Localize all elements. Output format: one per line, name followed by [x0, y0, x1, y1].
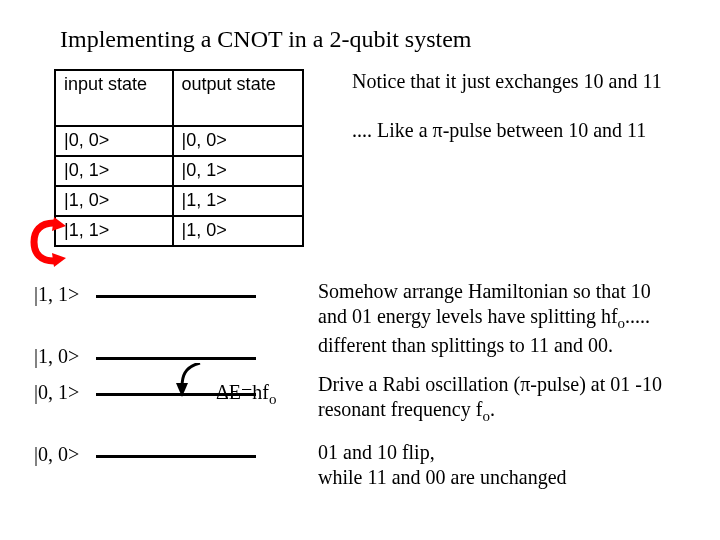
swap-arrow-icon [30, 217, 66, 267]
para-text: . [490, 398, 495, 420]
explanation-paragraphs: Somehow arrange Hamiltonian so that 10 a… [318, 279, 678, 504]
para-sub: o [618, 315, 626, 331]
svg-marker-1 [52, 253, 66, 267]
truth-table: input state output state |0, 0> |0, 0> |… [54, 69, 304, 247]
cell-out: |0, 1> [173, 156, 303, 186]
delta-e-sub: o [269, 391, 277, 407]
para-flip: 01 and 10 flip, while 11 and 00 are unch… [318, 440, 678, 490]
table-header-input: input state [55, 70, 173, 126]
level-label-10: |1, 0> [34, 345, 79, 368]
para-text: Somehow arrange Hamiltonian so that 10 a… [318, 280, 651, 327]
table-row: |0, 1> |0, 1> [55, 156, 303, 186]
cell-in: |0, 0> [55, 126, 173, 156]
table-row: |1, 0> |1, 1> [55, 186, 303, 216]
table-row: |0, 0> |0, 0> [55, 126, 303, 156]
cell-out: |0, 0> [173, 126, 303, 156]
truth-table-wrap: input state output state |0, 0> |0, 0> |… [54, 69, 304, 247]
note-exchange: Notice that it just exchanges 10 and 11 [352, 69, 662, 94]
level-line [96, 455, 256, 458]
table-row: |1, 1> |1, 0> [55, 216, 303, 246]
para-hamiltonian: Somehow arrange Hamiltonian so that 10 a… [318, 279, 678, 358]
page-title: Implementing a CNOT in a 2-qubit system [60, 26, 690, 53]
para-rabi: Drive a Rabi oscillation (π-pulse) at 01… [318, 372, 678, 426]
level-label-00: |0, 0> [34, 443, 79, 466]
delta-e-text: ΔE=hf [216, 381, 269, 403]
cell-in: |1, 0> [55, 186, 173, 216]
level-label-01: |0, 1> [34, 381, 79, 404]
energy-level-diagram: |1, 1> |1, 0> |0, 1> |0, 0> ΔE=hfo [34, 279, 284, 479]
level-line [96, 357, 256, 360]
level-label-11: |1, 1> [34, 283, 79, 306]
para-sub: o [482, 408, 490, 424]
table-header-output: output state [173, 70, 303, 126]
cell-out: |1, 1> [173, 186, 303, 216]
svg-marker-2 [176, 383, 188, 397]
cell-in: |0, 1> [55, 156, 173, 186]
delta-e-label: ΔE=hfo [216, 381, 277, 408]
cell-out: |1, 0> [173, 216, 303, 246]
cell-in: |1, 1> [55, 216, 173, 246]
level-line [96, 295, 256, 298]
delta-e-arrow-icon [174, 363, 208, 399]
side-notes: Notice that it just exchanges 10 and 11 … [352, 69, 662, 167]
svg-marker-0 [52, 217, 66, 231]
note-pipulse: .... Like a π-pulse between 10 and 11 [352, 118, 662, 143]
